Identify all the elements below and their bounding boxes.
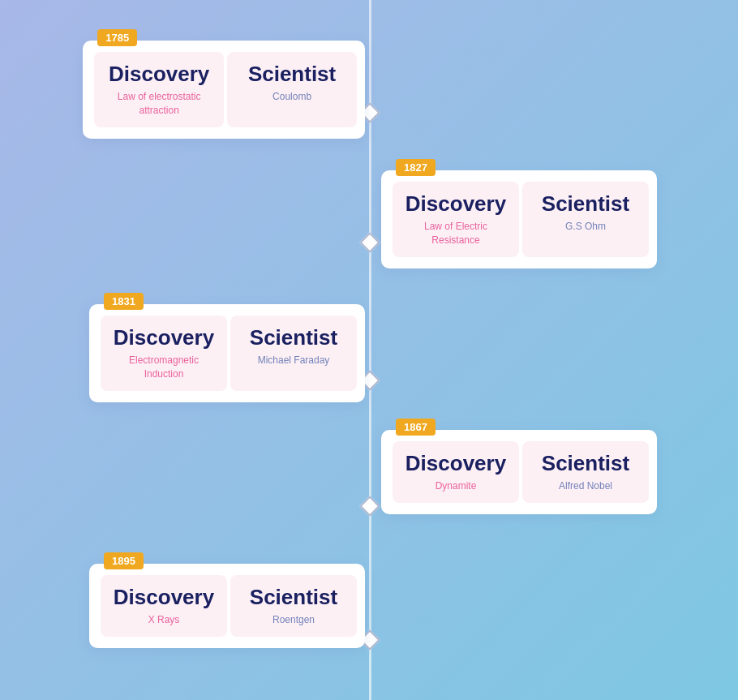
discovery-sub-1867: Dynamite — [404, 479, 508, 493]
scientist-title-1785: Scientist — [238, 62, 345, 87]
discovery-sub-1895: X Rays — [112, 613, 216, 627]
scientist-cell-1895: ScientistRoentgen — [230, 575, 357, 637]
scientist-title-1831: Scientist — [242, 325, 345, 350]
discovery-title-1831: Discovery — [112, 325, 216, 350]
timeline-item-1867: 1867DiscoveryDynamiteScientistAlfred Nob… — [381, 430, 657, 514]
discovery-cell-1831: DiscoveryElectromagnetic Induction — [101, 316, 227, 391]
year-badge-1895: 1895 — [104, 552, 144, 569]
scientist-cell-1867: ScientistAlfred Nobel — [522, 441, 649, 503]
timeline-container: 1785DiscoveryLaw of electrostatic attrac… — [0, 0, 738, 700]
discovery-sub-1785: Law of electrostatic attraction — [105, 90, 212, 118]
discovery-cell-1827: DiscoveryLaw of Electric Resistance — [393, 182, 519, 257]
timeline-item-1785: 1785DiscoveryLaw of electrostatic attrac… — [83, 41, 365, 139]
scientist-title-1827: Scientist — [534, 191, 637, 217]
scientist-sub-1827: G.S Ohm — [534, 220, 637, 234]
card-1827: 1827DiscoveryLaw of Electric ResistanceS… — [381, 170, 657, 268]
year-badge-1785: 1785 — [97, 29, 137, 46]
discovery-title-1895: Discovery — [112, 585, 216, 610]
scientist-title-1895: Scientist — [242, 585, 345, 610]
scientist-sub-1785: Coulomb — [238, 90, 345, 104]
discovery-sub-1827: Law of Electric Resistance — [404, 220, 508, 247]
card-1895: 1895DiscoveryX RaysScientistRoentgen — [89, 564, 365, 648]
timeline-item-1827: 1827DiscoveryLaw of Electric ResistanceS… — [381, 170, 657, 268]
scientist-title-1867: Scientist — [534, 451, 637, 476]
discovery-cell-1867: DiscoveryDynamite — [393, 441, 519, 503]
scientist-sub-1895: Roentgen — [242, 613, 345, 627]
scientist-cell-1831: ScientistMichael Faraday — [230, 316, 357, 391]
timeline-diamond-1827 — [359, 232, 380, 252]
discovery-title-1785: Discovery — [105, 62, 212, 87]
discovery-title-1867: Discovery — [404, 451, 508, 476]
discovery-cell-1785: DiscoveryLaw of electrostatic attraction — [94, 52, 224, 127]
scientist-cell-1785: ScientistCoulomb — [227, 52, 357, 127]
discovery-sub-1831: Electromagnetic Induction — [112, 354, 216, 381]
year-badge-1867: 1867 — [396, 419, 436, 436]
timeline-item-1895: 1895DiscoveryX RaysScientistRoentgen — [89, 564, 365, 648]
card-1867: 1867DiscoveryDynamiteScientistAlfred Nob… — [381, 430, 657, 514]
card-1831: 1831DiscoveryElectromagnetic InductionSc… — [89, 304, 365, 402]
discovery-cell-1895: DiscoveryX Rays — [101, 575, 227, 637]
year-badge-1827: 1827 — [396, 159, 436, 176]
scientist-sub-1831: Michael Faraday — [242, 354, 345, 367]
discovery-title-1827: Discovery — [404, 191, 508, 217]
scientist-sub-1867: Alfred Nobel — [534, 479, 637, 493]
year-badge-1831: 1831 — [104, 293, 144, 310]
card-1785: 1785DiscoveryLaw of electrostatic attrac… — [83, 41, 365, 139]
timeline-item-1831: 1831DiscoveryElectromagnetic InductionSc… — [89, 304, 365, 402]
scientist-cell-1827: ScientistG.S Ohm — [522, 182, 649, 257]
timeline-diamond-1867 — [359, 496, 380, 516]
